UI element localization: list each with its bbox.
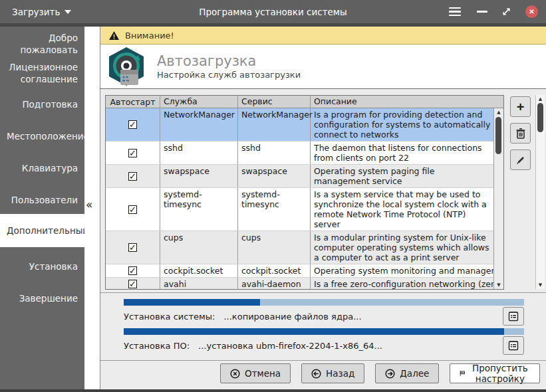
cancel-label: Отмена xyxy=(245,368,281,379)
back-button[interactable]: Назад xyxy=(301,363,364,383)
log-icon xyxy=(507,310,519,322)
system-progressbar xyxy=(124,299,524,306)
page-scroll-up-icon[interactable]: ▲ xyxy=(536,96,545,102)
autostart-checkbox[interactable]: ✓ xyxy=(128,266,137,275)
sidebar-item-4[interactable]: Местоположение xyxy=(0,130,84,142)
autostart-checkbox[interactable]: ✓ xyxy=(128,205,137,214)
close-icon[interactable]: ✕ xyxy=(525,5,538,18)
autostart-cell: ✓ xyxy=(106,165,160,187)
back-circle-icon xyxy=(311,369,321,379)
add-service-button[interactable]: + xyxy=(510,96,531,117)
table-row[interactable]: ✓sshdsshdThe daemon that listens for con… xyxy=(106,142,503,165)
work-area: АвтостартСлужбаСервисОписание ✓NetworkMa… xyxy=(100,89,546,292)
column-header[interactable]: Описание xyxy=(311,96,503,108)
page-scroll-down-icon[interactable]: ▼ xyxy=(536,282,545,288)
autostart-cell: ✓ xyxy=(106,264,160,277)
unit-cell: avahi-daemon xyxy=(238,278,311,289)
description-cell: The daemon that listens for connections … xyxy=(311,142,503,164)
table-row[interactable]: ✓cupscupsIs a modular printing system fo… xyxy=(106,231,503,264)
sidebar-item-6[interactable]: Пользователи xyxy=(0,194,84,206)
delete-service-button[interactable] xyxy=(510,123,531,144)
sidebar-item-2[interactable]: Лицензионное соглашение xyxy=(0,61,84,85)
window-controls: ✕ xyxy=(447,5,538,19)
autostart-checkbox[interactable]: ✓ xyxy=(128,243,137,252)
software-log-button[interactable] xyxy=(503,336,524,355)
software-progress-row: Установка ПО: ...установка ubm-firefox-2… xyxy=(124,338,524,353)
autostart-checkbox[interactable]: ✓ xyxy=(128,120,137,129)
service-cell: NetworkManager xyxy=(160,108,238,141)
scroll-down-icon[interactable]: ▼ xyxy=(494,282,503,288)
sidebar-item-1[interactable]: Добро пожаловать xyxy=(0,32,84,56)
sidebar-item-3[interactable]: Подготовка xyxy=(0,98,84,110)
table-row[interactable]: ✓NetworkManagerNetworkManagerIs a progra… xyxy=(106,108,503,142)
unit-cell: cups xyxy=(238,231,311,264)
table-row[interactable]: ✓avahiavahi-daemonIs a free zero-configu… xyxy=(106,278,503,289)
system-progress-block: Установка системы: ...копирование файлов… xyxy=(124,299,524,324)
autostart-checkbox[interactable]: ✓ xyxy=(128,172,137,181)
services-table: АвтостартСлужбаСервисОписание ✓NetworkMa… xyxy=(105,95,504,290)
scroll-up-icon[interactable]: ▲ xyxy=(494,110,503,115)
service-cell: systemd-timesync xyxy=(160,188,238,231)
next-label: Далее xyxy=(400,368,429,379)
page-header-text: Автозагрузка Настройка служб автозагрузк… xyxy=(157,53,301,80)
sidebar-item-8[interactable]: Установка xyxy=(0,260,84,272)
pencil-icon xyxy=(515,155,526,165)
edit-service-button[interactable] xyxy=(510,149,531,170)
progress-section: Установка системы: ...копирование файлов… xyxy=(100,292,546,360)
warning-bar: Внимание! xyxy=(100,27,546,45)
flag-icon xyxy=(460,368,465,379)
menu-icon[interactable] xyxy=(447,5,463,19)
system-progress-label: Установка системы: xyxy=(124,312,215,322)
body-row: Добро пожаловатьЛицензионное соглашениеП… xyxy=(0,27,546,389)
plus-icon: + xyxy=(517,100,525,114)
description-cell: Is a program for providing detection and… xyxy=(311,108,503,141)
progress-fill xyxy=(124,328,504,335)
load-menu-button[interactable]: Загрузить xyxy=(12,7,71,17)
skip-setup-button[interactable]: Пропустить настройку xyxy=(450,363,540,383)
description-cell: Operating system paging file management … xyxy=(311,165,503,187)
page-scroll-thumb[interactable] xyxy=(537,103,543,132)
autostart-cell: ✓ xyxy=(106,142,160,164)
sidebar-item-9[interactable]: Завершение xyxy=(0,292,84,304)
autostart-checkbox[interactable]: ✓ xyxy=(128,149,137,157)
page-subtitle: Настройка служб автозагрузки xyxy=(157,70,301,80)
description-cell: Is a free zero-configuration networking … xyxy=(311,278,503,289)
autostart-logo-icon xyxy=(107,46,148,87)
sidebar-item-5[interactable]: Клавиатура xyxy=(0,162,84,174)
main-content: Внимание! xyxy=(100,27,546,389)
unit-cell: NetworkManager xyxy=(238,108,311,141)
software-progress-block: Установка ПО: ...установка ubm-firefox-2… xyxy=(124,328,524,353)
warning-icon xyxy=(108,31,120,41)
column-header[interactable]: Автостарт xyxy=(106,96,160,108)
service-cell: cockpit.socket xyxy=(160,264,238,277)
skip-label: Пропустить настройку xyxy=(470,363,530,384)
table-scrollbar[interactable]: ▲ ▼ xyxy=(493,108,503,289)
page-scrollbar[interactable]: ▲ ▼ xyxy=(535,95,545,289)
cancel-button[interactable]: Отмена xyxy=(220,363,291,383)
system-log-button[interactable] xyxy=(503,307,524,326)
software-progress-label: Установка ПО: xyxy=(124,341,190,351)
autostart-cell: ✓ xyxy=(106,188,160,231)
page-title: Автозагрузка xyxy=(157,53,301,69)
table-scroll-thumb[interactable] xyxy=(495,117,501,154)
description-cell: Is a modular printing system for Unix-li… xyxy=(311,231,503,264)
table-actions: + xyxy=(510,96,531,170)
column-header[interactable]: Сервис xyxy=(238,96,311,108)
next-button[interactable]: Далее xyxy=(375,363,439,383)
sidebar-collapse-icon[interactable]: « xyxy=(86,198,92,211)
service-cell: sshd xyxy=(160,142,238,164)
column-header[interactable]: Служба xyxy=(160,96,238,108)
unit-cell: sshd xyxy=(238,142,311,164)
table-row[interactable]: ✓swapspaceswapspaceOperating system pagi… xyxy=(106,165,503,188)
unit-cell: systemd-timesync xyxy=(238,188,311,231)
service-cell: swapspace xyxy=(160,165,238,187)
autostart-checkbox[interactable]: ✓ xyxy=(128,280,137,288)
table-row[interactable]: ✓systemd-timesyncsystemd-timesyncIs a sy… xyxy=(106,188,503,231)
sidebar-item-7[interactable]: Дополнительный xyxy=(0,214,84,247)
installer-window: Загрузить Программа установки системы ✕ … xyxy=(0,0,546,392)
minimize-icon[interactable] xyxy=(477,11,487,13)
trash-icon xyxy=(515,128,526,139)
maximize-icon[interactable] xyxy=(501,7,511,17)
service-cell: cups xyxy=(160,231,238,264)
table-row[interactable]: ✓cockpit.socketcockpit.socketOperating s… xyxy=(106,264,503,278)
